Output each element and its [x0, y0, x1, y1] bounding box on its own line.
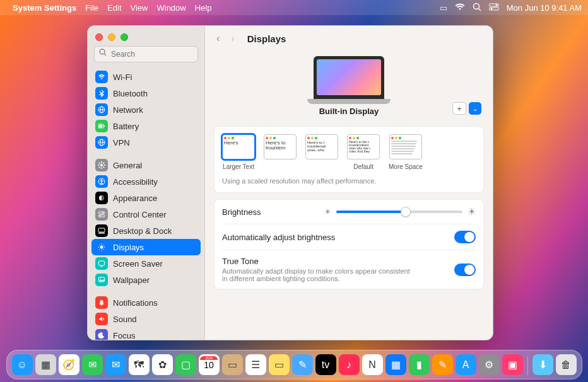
control-center-icon[interactable]	[489, 3, 499, 13]
menu-file[interactable]: File	[85, 3, 98, 13]
add-display-button[interactable]: +	[452, 102, 466, 115]
sidebar-item-vpn[interactable]: VPN	[91, 134, 201, 151]
svg-line-42	[99, 249, 100, 250]
dock-news-icon[interactable]: N	[362, 354, 383, 375]
bt-icon	[95, 87, 108, 100]
sidebar-item-accessibility[interactable]: Accessibility	[91, 173, 201, 190]
window-controls	[88, 26, 204, 46]
sidebar-item-general[interactable]: General	[91, 157, 201, 173]
appr-icon	[95, 192, 108, 204]
display-options-dropdown[interactable]: ⌄	[469, 102, 481, 115]
dock-reminders-icon[interactable]: ☰	[245, 354, 266, 375]
dock-notes-icon[interactable]: ▭	[269, 354, 290, 375]
dock-finder-icon[interactable]: ☺	[12, 354, 33, 375]
dock-settings-icon[interactable]: ⚙	[479, 354, 500, 375]
svg-line-24	[99, 167, 100, 168]
resolution-option-2[interactable]: Here's to t troublemak ones, who	[305, 134, 338, 171]
dock-photos-icon[interactable]: ✿	[152, 354, 173, 375]
toolbar: ‹ › Displays	[205, 26, 493, 51]
dock-mail-icon[interactable]: ✉	[105, 354, 126, 375]
sidebar-item-control-center[interactable]: Control Center	[91, 206, 201, 223]
sidebar-item-screen-saver[interactable]: Screen Saver	[91, 255, 201, 272]
sidebar-item-label: Accessibility	[113, 177, 158, 187]
menubar-clock[interactable]: Mon Jun 10 9:41 AM	[507, 3, 582, 13]
sidebar-item-network[interactable]: Network	[91, 101, 201, 118]
battery-icon[interactable]: ▭	[440, 3, 447, 13]
sidebar-item-label: VPN	[113, 138, 130, 148]
svg-line-23	[103, 167, 105, 168]
display-name-label: Built-in Display	[319, 107, 379, 116]
search-input[interactable]	[94, 46, 198, 62]
truetone-toggle[interactable]	[454, 263, 476, 276]
resolution-thumb: Here's	[222, 134, 255, 159]
sound-icon	[95, 313, 108, 325]
sidebar-item-displays[interactable]: Displays	[91, 239, 201, 255]
focus-icon	[95, 329, 108, 340]
dock-trash-icon[interactable]: 🗑	[556, 354, 577, 375]
truetone-label: True Tone	[222, 257, 411, 266]
back-button[interactable]: ‹	[214, 33, 222, 44]
dock-safari-icon[interactable]: 🧭	[59, 354, 79, 375]
sidebar-item-label: Wallpaper	[113, 275, 150, 285]
brightness-slider[interactable]: ☀ ☀	[324, 206, 476, 217]
dock-freeform-icon[interactable]: ✎	[292, 354, 313, 375]
wifi-icon[interactable]	[455, 3, 465, 13]
dock-contacts-icon[interactable]: ▭	[222, 354, 243, 375]
menu-view[interactable]: View	[131, 3, 148, 13]
sidebar-item-label: Notifications	[113, 298, 158, 308]
sidebar-item-label: Bluetooth	[113, 89, 148, 98]
dock-shortcuts-icon[interactable]: ▣	[502, 354, 523, 375]
sidebar-item-label: Focus	[113, 331, 135, 340]
sidebar-item-bluetooth[interactable]: Bluetooth	[91, 85, 201, 101]
dock-calendar-icon[interactable]: JUN10	[199, 354, 220, 375]
sidebar-item-appearance[interactable]: Appearance	[91, 190, 201, 206]
dock-messages-icon[interactable]: ✉	[82, 354, 103, 375]
resolution-option-0[interactable]: Here'sLarger Text	[222, 134, 255, 171]
dock-downloads-icon[interactable]: ⬇	[532, 354, 553, 375]
svg-rect-4	[489, 8, 499, 10]
sidebar-item-desktop-dock[interactable]: Desktop & Dock	[91, 223, 201, 239]
dock-maps-icon[interactable]: 🗺	[129, 354, 150, 375]
dock-numbers-icon[interactable]: ▮	[409, 354, 430, 375]
dock-calculator-icon[interactable]: ▦	[385, 354, 406, 375]
resolution-option-4[interactable]: More Space	[389, 134, 423, 171]
fullscreen-button[interactable]	[121, 33, 128, 41]
svg-rect-2	[489, 4, 499, 6]
menu-help[interactable]: Help	[195, 3, 212, 13]
auto-brightness-toggle[interactable]	[454, 231, 476, 243]
sidebar-item-focus[interactable]: Focus	[91, 327, 201, 340]
sidebar-item-battery[interactable]: Battery	[91, 118, 201, 134]
display-preview: Built-in Display + ⌄	[205, 51, 493, 121]
dock-tv-icon[interactable]: tv	[315, 354, 336, 375]
close-button[interactable]	[95, 33, 103, 41]
svg-point-47	[100, 279, 101, 280]
svg-rect-13	[99, 125, 102, 127]
sidebar-item-notifications[interactable]: Notifications	[91, 294, 201, 311]
sidebar-item-label: General	[113, 161, 142, 170]
spotlight-icon[interactable]	[473, 3, 481, 13]
dock-music-icon[interactable]: ♪	[339, 354, 360, 375]
minimize-button[interactable]	[108, 33, 115, 41]
dock-icon	[95, 224, 108, 237]
sidebar-item-wallpaper[interactable]: Wallpaper	[91, 272, 201, 288]
sidebar: Wi-FiBluetoothNetworkBatteryVPNGeneralAc…	[88, 26, 205, 340]
svg-point-0	[473, 3, 479, 9]
svg-line-25	[103, 163, 105, 164]
menu-edit[interactable]: Edit	[107, 3, 121, 13]
dock-launchpad-icon[interactable]: ▦	[35, 354, 56, 375]
forward-button[interactable]: ›	[228, 33, 237, 44]
sidebar-item-label: Sound	[113, 315, 137, 324]
svg-point-48	[101, 304, 102, 306]
app-name[interactable]: System Settings	[13, 3, 76, 13]
dock-pages-icon[interactable]: ✎	[432, 354, 453, 375]
resolution-option-3[interactable]: Here's to the c troublemakers ones who s…	[347, 134, 380, 171]
brightness-label: Brightness	[222, 207, 261, 217]
dock-appstore-icon[interactable]: A	[456, 354, 476, 375]
sidebar-item-wi-fi[interactable]: Wi-Fi	[91, 69, 201, 85]
dock-facetime-icon[interactable]: ▢	[175, 354, 196, 375]
resolution-option-1[interactable]: Here's to troublem	[264, 134, 297, 171]
resolution-option-label: Default	[353, 163, 373, 171]
menu-window[interactable]: Window	[156, 3, 185, 13]
sidebar-item-sound[interactable]: Sound	[91, 311, 201, 327]
resolution-option-label: Larger Text	[223, 163, 254, 171]
